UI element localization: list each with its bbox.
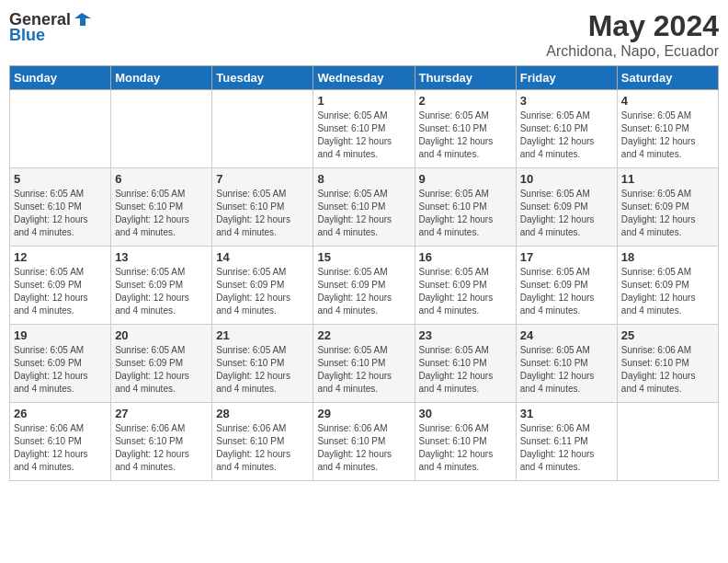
day-number: 7 <box>216 172 309 186</box>
day-number: 29 <box>317 407 410 420</box>
calendar-cell: 15Sunrise: 6:05 AM Sunset: 6:09 PM Dayli… <box>313 247 415 325</box>
day-number: 28 <box>216 407 309 420</box>
day-info: Sunrise: 6:06 AM Sunset: 6:10 PM Dayligh… <box>14 422 107 474</box>
day-info: Sunrise: 6:05 AM Sunset: 6:09 PM Dayligh… <box>14 266 107 317</box>
svg-marker-0 <box>74 13 91 26</box>
calendar-cell: 16Sunrise: 6:05 AM Sunset: 6:09 PM Dayli… <box>415 247 516 325</box>
day-info: Sunrise: 6:06 AM Sunset: 6:10 PM Dayligh… <box>216 422 309 474</box>
day-number: 18 <box>621 250 714 264</box>
calendar-cell: 8Sunrise: 6:05 AM Sunset: 6:10 PM Daylig… <box>313 168 415 247</box>
day-number: 12 <box>14 250 107 264</box>
calendar-cell: 11Sunrise: 6:05 AM Sunset: 6:09 PM Dayli… <box>617 168 718 247</box>
day-number: 10 <box>520 172 613 186</box>
day-info: Sunrise: 6:05 AM Sunset: 6:09 PM Dayligh… <box>621 266 714 317</box>
day-info: Sunrise: 6:05 AM Sunset: 6:09 PM Dayligh… <box>14 344 107 396</box>
calendar-week-3: 12Sunrise: 6:05 AM Sunset: 6:09 PM Dayli… <box>10 247 719 325</box>
day-number: 3 <box>520 94 613 108</box>
day-info: Sunrise: 6:05 AM Sunset: 6:10 PM Dayligh… <box>115 188 208 239</box>
header-day-thursday: Thursday <box>415 66 516 90</box>
calendar-cell: 9Sunrise: 6:05 AM Sunset: 6:10 PM Daylig… <box>415 168 516 247</box>
calendar-cell: 23Sunrise: 6:05 AM Sunset: 6:10 PM Dayli… <box>415 325 516 403</box>
day-info: Sunrise: 6:06 AM Sunset: 6:10 PM Dayligh… <box>317 422 410 474</box>
day-info: Sunrise: 6:06 AM Sunset: 6:11 PM Dayligh… <box>520 422 613 474</box>
day-number: 1 <box>317 94 410 108</box>
header-day-friday: Friday <box>516 66 617 90</box>
day-number: 5 <box>14 172 107 186</box>
calendar-cell <box>212 90 313 168</box>
calendar-cell: 6Sunrise: 6:05 AM Sunset: 6:10 PM Daylig… <box>111 168 212 247</box>
calendar-week-5: 26Sunrise: 6:06 AM Sunset: 6:10 PM Dayli… <box>10 403 719 481</box>
calendar-week-4: 19Sunrise: 6:05 AM Sunset: 6:09 PM Dayli… <box>10 325 719 403</box>
day-number: 11 <box>621 172 714 186</box>
calendar-cell: 28Sunrise: 6:06 AM Sunset: 6:10 PM Dayli… <box>212 403 313 481</box>
day-number: 27 <box>115 407 208 420</box>
day-number: 26 <box>14 407 107 420</box>
day-number: 2 <box>419 94 512 108</box>
day-info: Sunrise: 6:05 AM Sunset: 6:10 PM Dayligh… <box>520 344 613 396</box>
day-number: 22 <box>317 328 410 342</box>
location-title: Archidona, Napo, Ecuador <box>546 43 719 60</box>
day-info: Sunrise: 6:06 AM Sunset: 6:10 PM Dayligh… <box>115 422 208 474</box>
day-number: 30 <box>419 407 512 420</box>
day-info: Sunrise: 6:05 AM Sunset: 6:09 PM Dayligh… <box>115 266 208 317</box>
day-number: 25 <box>621 328 714 342</box>
calendar-cell: 17Sunrise: 6:05 AM Sunset: 6:09 PM Dayli… <box>516 247 617 325</box>
calendar-cell: 7Sunrise: 6:05 AM Sunset: 6:10 PM Daylig… <box>212 168 313 247</box>
calendar-cell: 1Sunrise: 6:05 AM Sunset: 6:10 PM Daylig… <box>313 90 415 168</box>
day-number: 21 <box>216 328 309 342</box>
calendar-cell <box>617 403 718 481</box>
day-info: Sunrise: 6:05 AM Sunset: 6:10 PM Dayligh… <box>216 344 309 396</box>
day-number: 6 <box>115 172 208 186</box>
day-number: 14 <box>216 250 309 264</box>
calendar-cell: 30Sunrise: 6:06 AM Sunset: 6:10 PM Dayli… <box>415 403 516 481</box>
day-number: 31 <box>520 407 613 420</box>
day-info: Sunrise: 6:05 AM Sunset: 6:09 PM Dayligh… <box>520 188 613 239</box>
calendar-cell: 27Sunrise: 6:06 AM Sunset: 6:10 PM Dayli… <box>111 403 212 481</box>
calendar-cell: 20Sunrise: 6:05 AM Sunset: 6:09 PM Dayli… <box>111 325 212 403</box>
day-info: Sunrise: 6:05 AM Sunset: 6:10 PM Dayligh… <box>216 188 309 239</box>
logo-bird-icon <box>73 9 93 29</box>
header-day-wednesday: Wednesday <box>313 66 415 90</box>
calendar-cell: 2Sunrise: 6:05 AM Sunset: 6:10 PM Daylig… <box>415 90 516 168</box>
day-info: Sunrise: 6:05 AM Sunset: 6:10 PM Dayligh… <box>419 344 512 396</box>
day-info: Sunrise: 6:05 AM Sunset: 6:10 PM Dayligh… <box>419 109 512 161</box>
logo-blue-text: Blue <box>9 26 45 45</box>
day-number: 24 <box>520 328 613 342</box>
page-header: General Blue May 2024 Archidona, Napo, E… <box>9 9 719 60</box>
calendar-cell: 26Sunrise: 6:06 AM Sunset: 6:10 PM Dayli… <box>10 403 111 481</box>
day-number: 8 <box>317 172 410 186</box>
logo: General Blue <box>9 9 93 45</box>
header-day-tuesday: Tuesday <box>212 66 313 90</box>
calendar-cell: 31Sunrise: 6:06 AM Sunset: 6:11 PM Dayli… <box>516 403 617 481</box>
calendar-cell: 22Sunrise: 6:05 AM Sunset: 6:10 PM Dayli… <box>313 325 415 403</box>
header-day-saturday: Saturday <box>617 66 718 90</box>
calendar-cell <box>111 90 212 168</box>
calendar-cell: 13Sunrise: 6:05 AM Sunset: 6:09 PM Dayli… <box>111 247 212 325</box>
title-block: May 2024 Archidona, Napo, Ecuador <box>546 9 719 60</box>
calendar-cell: 19Sunrise: 6:05 AM Sunset: 6:09 PM Dayli… <box>10 325 111 403</box>
header-day-sunday: Sunday <box>10 66 111 90</box>
calendar-cell: 29Sunrise: 6:06 AM Sunset: 6:10 PM Dayli… <box>313 403 415 481</box>
day-number: 19 <box>14 328 107 342</box>
calendar-cell: 5Sunrise: 6:05 AM Sunset: 6:10 PM Daylig… <box>10 168 111 247</box>
calendar-cell: 18Sunrise: 6:05 AM Sunset: 6:09 PM Dayli… <box>617 247 718 325</box>
day-info: Sunrise: 6:06 AM Sunset: 6:10 PM Dayligh… <box>621 344 714 396</box>
calendar-cell: 21Sunrise: 6:05 AM Sunset: 6:10 PM Dayli… <box>212 325 313 403</box>
day-number: 17 <box>520 250 613 264</box>
day-info: Sunrise: 6:05 AM Sunset: 6:10 PM Dayligh… <box>317 188 410 239</box>
day-info: Sunrise: 6:05 AM Sunset: 6:10 PM Dayligh… <box>317 344 410 396</box>
calendar-cell: 14Sunrise: 6:05 AM Sunset: 6:09 PM Dayli… <box>212 247 313 325</box>
day-info: Sunrise: 6:05 AM Sunset: 6:09 PM Dayligh… <box>115 344 208 396</box>
calendar-cell: 24Sunrise: 6:05 AM Sunset: 6:10 PM Dayli… <box>516 325 617 403</box>
day-info: Sunrise: 6:05 AM Sunset: 6:10 PM Dayligh… <box>520 109 613 161</box>
calendar-week-2: 5Sunrise: 6:05 AM Sunset: 6:10 PM Daylig… <box>10 168 719 247</box>
day-info: Sunrise: 6:05 AM Sunset: 6:10 PM Dayligh… <box>419 188 512 239</box>
day-info: Sunrise: 6:05 AM Sunset: 6:10 PM Dayligh… <box>317 109 410 161</box>
day-number: 23 <box>419 328 512 342</box>
calendar-cell: 3Sunrise: 6:05 AM Sunset: 6:10 PM Daylig… <box>516 90 617 168</box>
month-title: May 2024 <box>546 9 719 43</box>
day-number: 4 <box>621 94 714 108</box>
day-info: Sunrise: 6:06 AM Sunset: 6:10 PM Dayligh… <box>419 422 512 474</box>
day-number: 16 <box>419 250 512 264</box>
calendar-cell: 10Sunrise: 6:05 AM Sunset: 6:09 PM Dayli… <box>516 168 617 247</box>
